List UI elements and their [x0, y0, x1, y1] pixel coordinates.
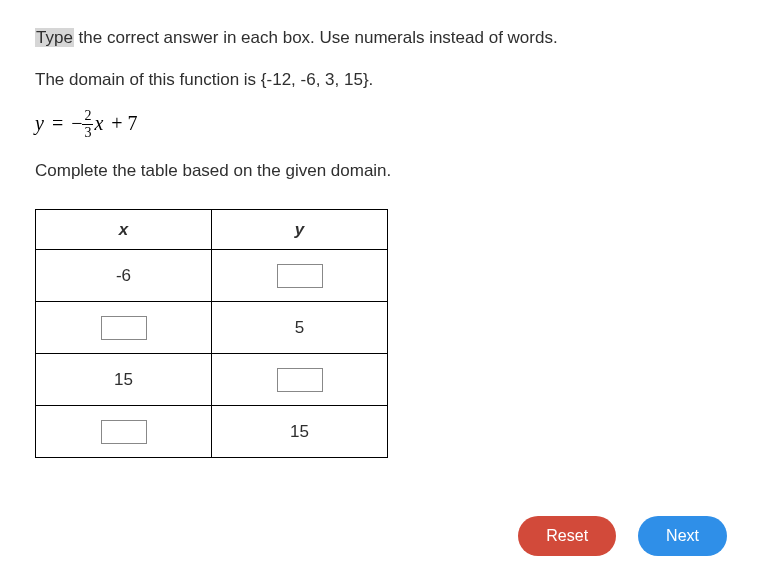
table-header-y: y — [212, 210, 388, 250]
complete-text: Complete the table based on the given do… — [35, 161, 732, 181]
instruction-rest: the correct answer in each box. Use nume… — [74, 28, 558, 47]
equation-lhs: y — [35, 112, 44, 135]
table-row: 15 — [36, 354, 388, 406]
instruction-text: Type the correct answer in each box. Use… — [35, 28, 732, 48]
equation-plus: + 7 — [111, 112, 137, 135]
table-header-row: x y — [36, 210, 388, 250]
table-row: 15 — [36, 406, 388, 458]
table-row: -6 — [36, 250, 388, 302]
cell-x-1-input[interactable] — [101, 316, 147, 340]
equation: y = − 2 3 x + 7 — [35, 108, 732, 139]
cell-y-2-input[interactable] — [277, 368, 323, 392]
cell-x-3-input[interactable] — [101, 420, 147, 444]
table-header-x: x — [36, 210, 212, 250]
next-button[interactable]: Next — [638, 516, 727, 556]
cell-y-1: 5 — [212, 302, 388, 354]
domain-text: The domain of this function is {-12, -6,… — [35, 70, 732, 90]
table-row: 5 — [36, 302, 388, 354]
cell-x-2: 15 — [36, 354, 212, 406]
equation-frac-den: 3 — [84, 125, 91, 140]
equation-equals: = — [52, 112, 63, 135]
equation-neg: − — [71, 112, 82, 135]
reset-button[interactable]: Reset — [518, 516, 616, 556]
button-row: Reset Next — [518, 516, 727, 556]
equation-var: x — [94, 112, 103, 135]
cell-y-3: 15 — [212, 406, 388, 458]
instruction-highlight: Type — [35, 28, 74, 47]
function-table: x y -6 5 15 15 — [35, 209, 388, 458]
cell-x-0: -6 — [36, 250, 212, 302]
cell-y-0-input[interactable] — [277, 264, 323, 288]
equation-frac-num: 2 — [82, 109, 93, 125]
equation-fraction: 2 3 — [82, 109, 93, 140]
